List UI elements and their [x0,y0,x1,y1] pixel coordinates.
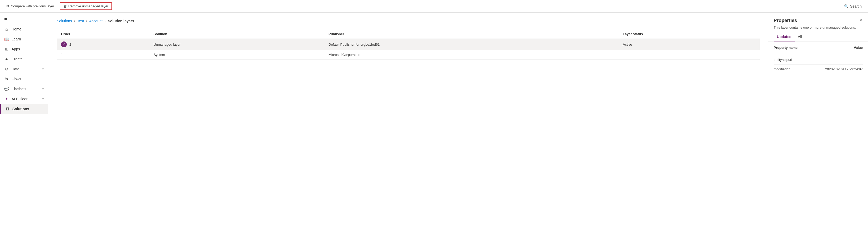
compare-button[interactable]: ⧉ Compare with previous layer [3,2,58,10]
sidebar-label-data: Data [11,67,20,71]
learn-icon: 📖 [4,37,9,41]
sidebar-item-data[interactable]: ⊙ Data ▾ [0,64,48,74]
sidebar-item-create[interactable]: + Create [0,54,48,64]
properties-header: Properties ✕ [768,12,868,26]
sidebar-label-create: Create [11,57,23,61]
breadcrumb: Solutions › Test › Account › Solution la… [57,19,760,23]
sidebar-item-solutions[interactable]: ⊟ Solutions [0,104,48,114]
sidebar-label-apps: Apps [11,47,20,51]
data-icon: ⊙ [4,67,9,71]
sidebar-label-flows: Flows [11,77,21,81]
cell-order-2: 1 [57,50,149,60]
breadcrumb-sep-1: › [74,19,75,23]
close-icon: ✕ [859,17,863,22]
compare-icon: ⧉ [7,4,9,8]
flows-icon: ↻ [4,77,9,81]
chatbots-icon: 💬 [4,87,9,91]
col-order: Order [57,29,149,39]
cell-status-1: Active [619,39,760,50]
sidebar-item-ai-builder[interactable]: ✦ AI Builder ▾ [0,94,48,104]
trash-icon: 🗑 [63,4,67,8]
hamburger-menu[interactable]: ☰ [0,12,48,24]
properties-body: Property name Value entityhelpurl modifi… [768,41,868,78]
ai-builder-icon: ✦ [4,97,9,101]
chevron-down-icon-ai: ▾ [42,98,44,101]
breadcrumb-current: Solution layers [108,19,134,23]
content-area: Solutions › Test › Account › Solution la… [49,12,768,227]
breadcrumb-sep-2: › [86,19,87,23]
prop-col-value: Value [854,46,863,49]
breadcrumb-solutions[interactable]: Solutions [57,19,72,23]
cell-publisher-2: MicrosoftCorporation [324,50,619,60]
sidebar-label-chatbots: Chatbots [11,87,26,91]
cell-order-1: ✓ 2 [57,39,149,50]
prop-name-entityhelpurl: entityhelpurl [774,58,792,62]
col-solution: Solution [149,29,324,39]
breadcrumb-account[interactable]: Account [89,19,102,23]
prop-name-modifiedon: modifiedon [774,67,790,71]
col-publisher: Publisher [324,29,619,39]
breadcrumb-test[interactable]: Test [77,19,84,23]
solution-layers-table: Order Solution Publisher Layer status ✓ … [57,29,760,60]
prop-value-modifiedon: 2020-10-16T19:29:24:97 [825,67,863,71]
cell-solution-2: System [149,50,324,60]
chevron-down-icon: ▾ [42,68,44,71]
close-button[interactable]: ✕ [859,18,863,22]
cell-publisher-1: Default Publisher for orgbe1fed61 [324,39,619,50]
sidebar-label-ai-builder: AI Builder [11,97,28,101]
sidebar-label-learn: Learn [11,37,21,41]
sidebar: ☰ ⌂ Home 📖 Learn ⊞ Apps + Create ⊙ Data … [0,12,49,227]
search-icon: 🔍 [844,4,848,8]
col-layer-status: Layer status [619,29,760,39]
cell-status-2 [619,50,760,60]
prop-header-row: Property name Value [774,46,863,52]
sidebar-item-chatbots[interactable]: 💬 Chatbots ▾ [0,84,48,94]
chevron-down-icon-chatbots: ▾ [42,87,44,91]
search-area[interactable]: 🔍 Search [841,4,865,8]
sidebar-label-solutions: Solutions [12,107,29,111]
row-selected-icon: ✓ [61,41,67,47]
solutions-icon: ⊟ [5,107,10,111]
compare-label: Compare with previous layer [11,4,54,8]
prop-row-modifiedon: modifiedon 2020-10-16T19:29:24:97 [774,65,863,74]
sidebar-item-learn[interactable]: 📖 Learn [0,34,48,44]
tab-updated[interactable]: Updated [774,33,795,41]
properties-title: Properties [774,18,797,23]
cell-solution-1: Unmanaged layer [149,39,324,50]
remove-unmanaged-button[interactable]: 🗑 Remove unmanaged layer [60,2,112,10]
prop-col-name: Property name [774,46,798,49]
properties-subtitle: This layer contains one or more unmanage… [768,26,868,33]
properties-tabs: Updated All [768,33,868,41]
breadcrumb-sep-3: › [104,19,106,23]
properties-panel: Properties ✕ This layer contains one or … [768,12,868,227]
prop-row-entityhelpurl: entityhelpurl [774,55,863,65]
hamburger-icon: ☰ [4,16,8,21]
sidebar-item-home[interactable]: ⌂ Home [0,24,48,34]
tab-all[interactable]: All [795,33,805,41]
top-bar: ⧉ Compare with previous layer 🗑 Remove u… [0,0,868,12]
search-label: Search [850,4,862,8]
remove-label: Remove unmanaged layer [68,4,108,8]
apps-icon: ⊞ [4,47,9,51]
sidebar-item-apps[interactable]: ⊞ Apps [0,44,48,54]
table-row[interactable]: 1 System MicrosoftCorporation [57,50,760,60]
sidebar-label-home: Home [11,27,21,31]
sidebar-item-flows[interactable]: ↻ Flows [0,74,48,84]
home-icon: ⌂ [4,27,9,32]
table-row[interactable]: ✓ 2 Unmanaged layer Default Publisher fo… [57,39,760,50]
toolbar-actions: ⧉ Compare with previous layer 🗑 Remove u… [3,2,839,10]
main-layout: ☰ ⌂ Home 📖 Learn ⊞ Apps + Create ⊙ Data … [0,12,868,227]
create-icon: + [4,57,9,62]
